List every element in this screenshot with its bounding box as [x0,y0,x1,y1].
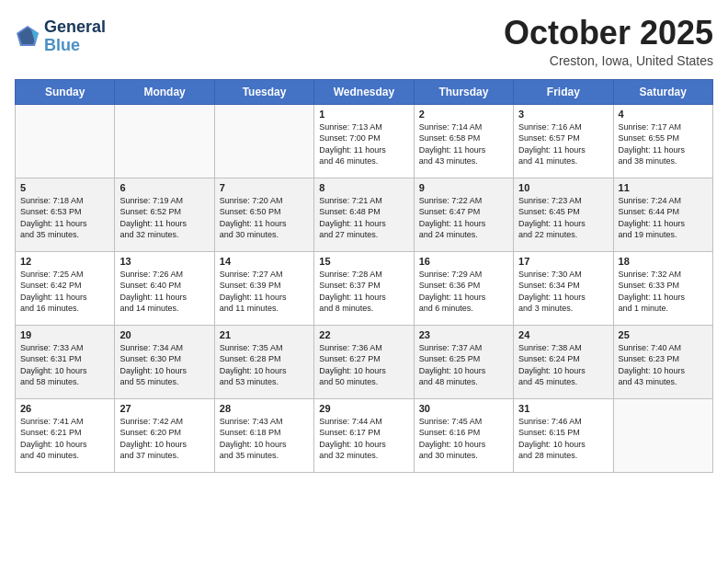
day-info: Sunrise: 7:36 AM Sunset: 6:27 PM Dayligh… [319,342,408,388]
day-number: 29 [319,403,408,414]
day-number: 5 [20,182,109,193]
day-number: 28 [220,403,309,414]
day-info: Sunrise: 7:42 AM Sunset: 6:20 PM Dayligh… [119,416,209,462]
day-number: 8 [319,182,408,193]
day-info: Sunrise: 7:16 AM Sunset: 6:57 PM Dayligh… [518,121,608,167]
calendar-week-1: 1Sunrise: 7:13 AM Sunset: 7:00 PM Daylig… [16,104,713,178]
calendar-table: SundayMondayTuesdayWednesdayThursdayFrid… [15,79,713,473]
calendar-cell: 25Sunrise: 7:40 AM Sunset: 6:23 PM Dayli… [613,325,712,398]
day-number: 19 [20,329,109,340]
calendar-cell: 26Sunrise: 7:41 AM Sunset: 6:21 PM Dayli… [16,398,115,472]
day-number: 17 [518,256,608,267]
location-label: Creston, Iowa, United States [504,53,713,68]
calendar-cell: 22Sunrise: 7:36 AM Sunset: 6:27 PM Dayli… [314,325,414,398]
logo-blue: Blue [44,36,80,54]
day-number: 18 [619,256,708,267]
day-info: Sunrise: 7:41 AM Sunset: 6:21 PM Dayligh… [20,416,109,462]
calendar-cell: 27Sunrise: 7:42 AM Sunset: 6:20 PM Dayli… [115,398,214,472]
weekday-header-friday: Friday [514,79,613,104]
day-number: 31 [518,403,608,414]
calendar-cell: 21Sunrise: 7:35 AM Sunset: 6:28 PM Dayli… [214,325,313,398]
weekday-header-wednesday: Wednesday [314,79,414,104]
calendar-cell: 6Sunrise: 7:19 AM Sunset: 6:52 PM Daylig… [115,178,214,251]
day-info: Sunrise: 7:34 AM Sunset: 6:30 PM Dayligh… [119,342,209,388]
day-info: Sunrise: 7:27 AM Sunset: 6:39 PM Dayligh… [220,269,309,315]
day-info: Sunrise: 7:37 AM Sunset: 6:25 PM Dayligh… [419,342,508,388]
day-info: Sunrise: 7:14 AM Sunset: 6:58 PM Dayligh… [419,121,508,167]
day-number: 12 [20,256,109,267]
calendar-cell: 24Sunrise: 7:38 AM Sunset: 6:24 PM Dayli… [514,325,613,398]
day-info: Sunrise: 7:45 AM Sunset: 6:16 PM Dayligh… [419,416,508,462]
day-number: 25 [619,329,708,340]
calendar-cell: 5Sunrise: 7:18 AM Sunset: 6:53 PM Daylig… [16,178,115,251]
calendar-cell [16,104,115,178]
day-number: 21 [220,329,309,340]
day-number: 7 [220,182,309,193]
page-header: General Blue October 2025 Creston, Iowa,… [15,15,713,68]
day-number: 14 [220,256,309,267]
calendar-cell: 7Sunrise: 7:20 AM Sunset: 6:50 PM Daylig… [214,178,313,251]
day-number: 1 [319,109,408,120]
weekday-header-tuesday: Tuesday [214,79,313,104]
day-info: Sunrise: 7:21 AM Sunset: 6:48 PM Dayligh… [319,195,408,241]
calendar-cell: 19Sunrise: 7:33 AM Sunset: 6:31 PM Dayli… [16,325,115,398]
day-number: 26 [20,403,109,414]
calendar-week-3: 12Sunrise: 7:25 AM Sunset: 6:42 PM Dayli… [16,251,713,325]
day-info: Sunrise: 7:19 AM Sunset: 6:52 PM Dayligh… [119,195,209,241]
day-info: Sunrise: 7:32 AM Sunset: 6:33 PM Dayligh… [619,269,708,315]
logo: General Blue [15,18,106,55]
day-info: Sunrise: 7:23 AM Sunset: 6:45 PM Dayligh… [518,195,608,241]
day-number: 24 [518,329,608,340]
calendar-cell: 11Sunrise: 7:24 AM Sunset: 6:44 PM Dayli… [613,178,712,251]
weekday-row: SundayMondayTuesdayWednesdayThursdayFrid… [16,79,713,104]
calendar-cell: 28Sunrise: 7:43 AM Sunset: 6:18 PM Dayli… [214,398,313,472]
day-info: Sunrise: 7:33 AM Sunset: 6:31 PM Dayligh… [20,342,109,388]
day-number: 20 [119,329,209,340]
day-info: Sunrise: 7:30 AM Sunset: 6:34 PM Dayligh… [518,269,608,315]
day-info: Sunrise: 7:24 AM Sunset: 6:44 PM Dayligh… [619,195,708,241]
calendar-week-5: 26Sunrise: 7:41 AM Sunset: 6:21 PM Dayli… [16,398,713,472]
calendar-cell: 10Sunrise: 7:23 AM Sunset: 6:45 PM Dayli… [514,178,613,251]
calendar-cell [115,104,214,178]
calendar-cell: 12Sunrise: 7:25 AM Sunset: 6:42 PM Dayli… [16,251,115,325]
day-info: Sunrise: 7:18 AM Sunset: 6:53 PM Dayligh… [20,195,109,241]
calendar-cell: 29Sunrise: 7:44 AM Sunset: 6:17 PM Dayli… [314,398,414,472]
calendar-cell: 15Sunrise: 7:28 AM Sunset: 6:37 PM Dayli… [314,251,414,325]
day-number: 15 [319,256,408,267]
calendar-week-2: 5Sunrise: 7:18 AM Sunset: 6:53 PM Daylig… [16,178,713,251]
calendar-body: 1Sunrise: 7:13 AM Sunset: 7:00 PM Daylig… [16,104,713,472]
calendar-cell: 17Sunrise: 7:30 AM Sunset: 6:34 PM Dayli… [514,251,613,325]
day-info: Sunrise: 7:43 AM Sunset: 6:18 PM Dayligh… [220,416,309,462]
calendar-cell: 9Sunrise: 7:22 AM Sunset: 6:47 PM Daylig… [414,178,513,251]
day-info: Sunrise: 7:22 AM Sunset: 6:47 PM Dayligh… [419,195,508,241]
day-info: Sunrise: 7:25 AM Sunset: 6:42 PM Dayligh… [20,269,109,315]
calendar-cell [214,104,313,178]
day-info: Sunrise: 7:29 AM Sunset: 6:36 PM Dayligh… [419,269,508,315]
day-number: 9 [419,182,508,193]
calendar-cell: 4Sunrise: 7:17 AM Sunset: 6:55 PM Daylig… [613,104,712,178]
day-number: 13 [119,256,209,267]
day-info: Sunrise: 7:40 AM Sunset: 6:23 PM Dayligh… [619,342,708,388]
weekday-header-saturday: Saturday [613,79,712,104]
calendar-cell: 1Sunrise: 7:13 AM Sunset: 7:00 PM Daylig… [314,104,414,178]
calendar-cell [613,398,712,472]
calendar-header: SundayMondayTuesdayWednesdayThursdayFrid… [16,79,713,104]
calendar-cell: 8Sunrise: 7:21 AM Sunset: 6:48 PM Daylig… [314,178,414,251]
calendar-cell: 18Sunrise: 7:32 AM Sunset: 6:33 PM Dayli… [613,251,712,325]
day-number: 30 [419,403,508,414]
calendar-cell: 30Sunrise: 7:45 AM Sunset: 6:16 PM Dayli… [414,398,513,472]
calendar-cell: 2Sunrise: 7:14 AM Sunset: 6:58 PM Daylig… [414,104,513,178]
calendar-cell: 20Sunrise: 7:34 AM Sunset: 6:30 PM Dayli… [115,325,214,398]
day-info: Sunrise: 7:13 AM Sunset: 7:00 PM Dayligh… [319,121,408,167]
day-info: Sunrise: 7:17 AM Sunset: 6:55 PM Dayligh… [619,121,708,167]
calendar-cell: 13Sunrise: 7:26 AM Sunset: 6:40 PM Dayli… [115,251,214,325]
logo-general: General [44,18,106,37]
day-number: 10 [518,182,608,193]
month-title: October 2025 [504,15,713,52]
calendar-cell: 31Sunrise: 7:46 AM Sunset: 6:15 PM Dayli… [514,398,613,472]
weekday-header-sunday: Sunday [16,79,115,104]
day-number: 6 [119,182,209,193]
day-info: Sunrise: 7:20 AM Sunset: 6:50 PM Dayligh… [220,195,309,241]
day-number: 22 [319,329,408,340]
calendar-cell: 3Sunrise: 7:16 AM Sunset: 6:57 PM Daylig… [514,104,613,178]
